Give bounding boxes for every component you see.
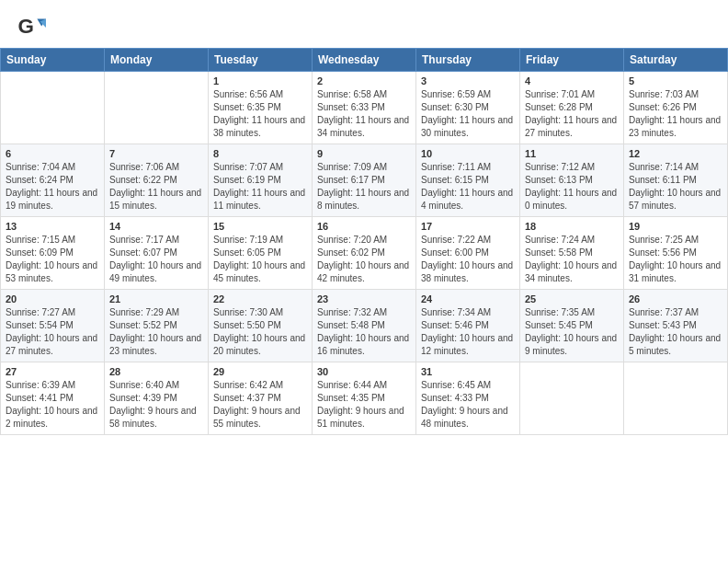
day-info: Sunrise: 7:29 AM Sunset: 5:52 PM Dayligh… xyxy=(109,306,203,358)
calendar-day-cell: 18Sunrise: 7:24 AM Sunset: 5:58 PM Dayli… xyxy=(520,217,624,290)
weekday-header-row: SundayMondayTuesdayWednesdayThursdayFrid… xyxy=(1,49,728,72)
calendar-day-cell: 15Sunrise: 7:19 AM Sunset: 6:05 PM Dayli… xyxy=(209,217,313,290)
weekday-header: Thursday xyxy=(416,49,520,72)
day-info: Sunrise: 7:37 AM Sunset: 5:43 PM Dayligh… xyxy=(629,306,722,358)
day-number: 3 xyxy=(421,75,515,86)
calendar-day-cell: 20Sunrise: 7:27 AM Sunset: 5:54 PM Dayli… xyxy=(1,290,105,362)
day-number: 17 xyxy=(421,221,515,232)
calendar-day-cell: 19Sunrise: 7:25 AM Sunset: 5:56 PM Dayli… xyxy=(624,217,728,290)
day-info: Sunrise: 7:07 AM Sunset: 6:19 PM Dayligh… xyxy=(213,161,307,213)
calendar-day-cell: 28Sunrise: 6:40 AM Sunset: 4:39 PM Dayli… xyxy=(105,362,209,435)
day-number: 18 xyxy=(525,221,619,232)
calendar-day-cell: 11Sunrise: 7:12 AM Sunset: 6:13 PM Dayli… xyxy=(520,144,624,217)
day-info: Sunrise: 7:01 AM Sunset: 6:28 PM Dayligh… xyxy=(525,88,619,140)
calendar-day-cell xyxy=(1,72,105,144)
calendar-day-cell: 17Sunrise: 7:22 AM Sunset: 6:00 PM Dayli… xyxy=(416,217,520,290)
day-info: Sunrise: 7:30 AM Sunset: 5:50 PM Dayligh… xyxy=(213,306,307,358)
day-number: 26 xyxy=(629,293,722,304)
day-number: 29 xyxy=(213,366,307,377)
calendar-day-cell: 22Sunrise: 7:30 AM Sunset: 5:50 PM Dayli… xyxy=(209,290,313,362)
calendar-day-cell: 16Sunrise: 7:20 AM Sunset: 6:02 PM Dayli… xyxy=(313,217,416,290)
calendar-day-cell: 12Sunrise: 7:14 AM Sunset: 6:11 PM Dayli… xyxy=(624,144,728,217)
calendar-day-cell xyxy=(105,72,209,144)
day-number: 4 xyxy=(525,75,619,86)
day-number: 11 xyxy=(525,148,619,159)
day-info: Sunrise: 6:44 AM Sunset: 4:35 PM Dayligh… xyxy=(317,379,411,431)
calendar-day-cell: 27Sunrise: 6:39 AM Sunset: 4:41 PM Dayli… xyxy=(1,362,105,435)
calendar-day-cell: 9Sunrise: 7:09 AM Sunset: 6:17 PM Daylig… xyxy=(313,144,416,217)
svg-text:G: G xyxy=(18,15,34,38)
day-number: 31 xyxy=(421,366,515,377)
day-number: 23 xyxy=(317,293,411,304)
day-number: 25 xyxy=(525,293,619,304)
day-info: Sunrise: 7:22 AM Sunset: 6:00 PM Dayligh… xyxy=(421,234,515,285)
day-info: Sunrise: 7:04 AM Sunset: 6:24 PM Dayligh… xyxy=(6,161,99,213)
day-info: Sunrise: 6:58 AM Sunset: 6:33 PM Dayligh… xyxy=(317,88,411,140)
logo: G xyxy=(17,13,50,42)
day-number: 10 xyxy=(421,148,515,159)
day-number: 24 xyxy=(421,293,515,304)
day-info: Sunrise: 7:35 AM Sunset: 5:45 PM Dayligh… xyxy=(525,306,619,358)
day-number: 6 xyxy=(6,148,99,159)
day-info: Sunrise: 7:24 AM Sunset: 5:58 PM Dayligh… xyxy=(525,234,619,285)
day-info: Sunrise: 7:11 AM Sunset: 6:15 PM Dayligh… xyxy=(421,161,515,213)
day-info: Sunrise: 7:15 AM Sunset: 6:09 PM Dayligh… xyxy=(6,234,99,285)
calendar-day-cell: 25Sunrise: 7:35 AM Sunset: 5:45 PM Dayli… xyxy=(520,290,624,362)
day-number: 30 xyxy=(317,366,411,377)
day-info: Sunrise: 7:34 AM Sunset: 5:46 PM Dayligh… xyxy=(421,306,515,358)
calendar-day-cell: 21Sunrise: 7:29 AM Sunset: 5:52 PM Dayli… xyxy=(105,290,209,362)
calendar-week-row: 20Sunrise: 7:27 AM Sunset: 5:54 PM Dayli… xyxy=(1,290,728,362)
calendar-day-cell: 5Sunrise: 7:03 AM Sunset: 6:26 PM Daylig… xyxy=(624,72,728,144)
weekday-header: Sunday xyxy=(1,49,105,72)
day-number: 8 xyxy=(213,148,307,159)
day-info: Sunrise: 7:27 AM Sunset: 5:54 PM Dayligh… xyxy=(6,306,99,358)
day-info: Sunrise: 7:12 AM Sunset: 6:13 PM Dayligh… xyxy=(525,161,619,213)
weekday-header: Monday xyxy=(105,49,209,72)
day-number: 19 xyxy=(629,221,722,232)
calendar-day-cell: 24Sunrise: 7:34 AM Sunset: 5:46 PM Dayli… xyxy=(416,290,520,362)
calendar-week-row: 1Sunrise: 6:56 AM Sunset: 6:35 PM Daylig… xyxy=(1,72,728,144)
day-info: Sunrise: 7:19 AM Sunset: 6:05 PM Dayligh… xyxy=(213,234,307,285)
logo-icon: G xyxy=(17,13,46,42)
day-info: Sunrise: 7:03 AM Sunset: 6:26 PM Dayligh… xyxy=(629,88,722,140)
day-info: Sunrise: 6:42 AM Sunset: 4:37 PM Dayligh… xyxy=(213,379,307,431)
calendar-week-row: 13Sunrise: 7:15 AM Sunset: 6:09 PM Dayli… xyxy=(1,217,728,290)
day-number: 20 xyxy=(6,293,99,304)
calendar-day-cell: 23Sunrise: 7:32 AM Sunset: 5:48 PM Dayli… xyxy=(313,290,416,362)
day-info: Sunrise: 7:32 AM Sunset: 5:48 PM Dayligh… xyxy=(317,306,411,358)
calendar-day-cell: 3Sunrise: 6:59 AM Sunset: 6:30 PM Daylig… xyxy=(416,72,520,144)
day-number: 21 xyxy=(109,293,203,304)
day-number: 9 xyxy=(317,148,411,159)
day-info: Sunrise: 6:59 AM Sunset: 6:30 PM Dayligh… xyxy=(421,88,515,140)
weekday-header: Saturday xyxy=(624,49,728,72)
weekday-header: Wednesday xyxy=(313,49,416,72)
day-info: Sunrise: 7:09 AM Sunset: 6:17 PM Dayligh… xyxy=(317,161,411,213)
day-info: Sunrise: 7:25 AM Sunset: 5:56 PM Dayligh… xyxy=(629,234,722,285)
day-info: Sunrise: 6:39 AM Sunset: 4:41 PM Dayligh… xyxy=(6,379,99,431)
calendar-day-cell: 30Sunrise: 6:44 AM Sunset: 4:35 PM Dayli… xyxy=(313,362,416,435)
calendar-day-cell: 10Sunrise: 7:11 AM Sunset: 6:15 PM Dayli… xyxy=(416,144,520,217)
page-header: G xyxy=(0,0,728,48)
calendar-day-cell: 29Sunrise: 6:42 AM Sunset: 4:37 PM Dayli… xyxy=(209,362,313,435)
calendar-day-cell: 6Sunrise: 7:04 AM Sunset: 6:24 PM Daylig… xyxy=(1,144,105,217)
day-number: 22 xyxy=(213,293,307,304)
day-number: 13 xyxy=(6,221,99,232)
calendar-day-cell: 26Sunrise: 7:37 AM Sunset: 5:43 PM Dayli… xyxy=(624,290,728,362)
calendar-week-row: 6Sunrise: 7:04 AM Sunset: 6:24 PM Daylig… xyxy=(1,144,728,217)
day-number: 1 xyxy=(213,75,307,86)
calendar-day-cell: 13Sunrise: 7:15 AM Sunset: 6:09 PM Dayli… xyxy=(1,217,105,290)
calendar-day-cell: 2Sunrise: 6:58 AM Sunset: 6:33 PM Daylig… xyxy=(313,72,416,144)
calendar-day-cell: 1Sunrise: 6:56 AM Sunset: 6:35 PM Daylig… xyxy=(209,72,313,144)
day-number: 14 xyxy=(109,221,203,232)
calendar-week-row: 27Sunrise: 6:39 AM Sunset: 4:41 PM Dayli… xyxy=(1,362,728,435)
day-info: Sunrise: 7:14 AM Sunset: 6:11 PM Dayligh… xyxy=(629,161,722,213)
day-number: 28 xyxy=(109,366,203,377)
day-number: 5 xyxy=(629,75,722,86)
calendar-day-cell: 31Sunrise: 6:45 AM Sunset: 4:33 PM Dayli… xyxy=(416,362,520,435)
day-info: Sunrise: 6:45 AM Sunset: 4:33 PM Dayligh… xyxy=(421,379,515,431)
calendar-day-cell: 8Sunrise: 7:07 AM Sunset: 6:19 PM Daylig… xyxy=(209,144,313,217)
day-number: 7 xyxy=(109,148,203,159)
day-info: Sunrise: 6:56 AM Sunset: 6:35 PM Dayligh… xyxy=(213,88,307,140)
day-info: Sunrise: 7:20 AM Sunset: 6:02 PM Dayligh… xyxy=(317,234,411,285)
calendar-day-cell: 7Sunrise: 7:06 AM Sunset: 6:22 PM Daylig… xyxy=(105,144,209,217)
